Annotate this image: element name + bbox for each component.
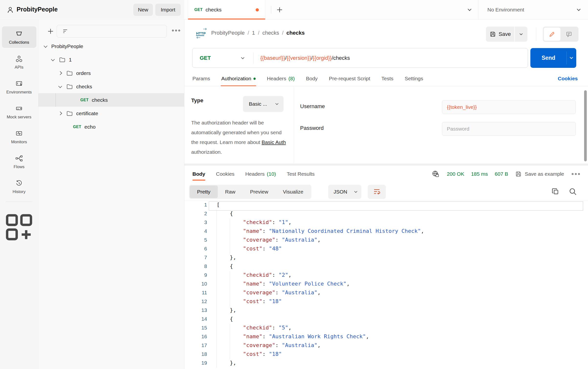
view-visualize[interactable]: Visualize — [276, 185, 311, 198]
breadcrumb-item[interactable]: checks — [262, 30, 279, 36]
url-input[interactable]: {{baseurl}}/{{version}}/{{orgid}}/checks — [260, 48, 350, 68]
request-tab-headers[interactable]: Headers(8) — [267, 71, 295, 86]
line-number[interactable]: 3 — [184, 219, 207, 225]
tree-item-ProbityPeople[interactable]: ProbityPeople — [38, 40, 184, 53]
status-badge[interactable]: 200 OK — [447, 171, 464, 177]
response-tab-headers[interactable]: Headers(10) — [245, 165, 276, 183]
send-options-chevron-icon[interactable] — [567, 54, 575, 62]
line-number[interactable]: 4 — [184, 228, 207, 234]
line-number[interactable]: 7 — [184, 255, 207, 260]
wrap-lines-button[interactable] — [368, 185, 386, 199]
auth-type-selector[interactable]: Basic ... — [243, 96, 284, 112]
response-body-viewer[interactable]: 1[2{3"checkid": "1",4"name": "Nationally… — [184, 201, 588, 369]
line-number[interactable]: 1 — [184, 202, 207, 208]
tree-item-1[interactable]: 1 — [38, 53, 184, 66]
save-button[interactable]: Save — [486, 27, 514, 42]
cookies-link[interactable]: Cookies — [558, 71, 578, 86]
method-selector[interactable]: GET — [192, 48, 253, 68]
tab-count: (10) — [267, 171, 276, 177]
send-button[interactable]: Send — [530, 48, 576, 68]
sidebar-more-icon[interactable] — [171, 27, 181, 34]
response-tab-cookies[interactable]: Cookies — [216, 165, 235, 183]
new-button[interactable]: New — [133, 4, 153, 16]
open-request-tab[interactable]: GET checks — [188, 0, 265, 20]
chevron-right-icon[interactable] — [58, 112, 62, 115]
format-selector[interactable]: JSON — [328, 185, 361, 199]
tab-overflow-chevron-icon[interactable] — [465, 5, 474, 14]
line-number[interactable]: 9 — [184, 272, 207, 278]
workspace-title[interactable]: ProbityPeople — [17, 6, 58, 13]
breadcrumb-item[interactable]: checks — [286, 30, 305, 36]
search-response-icon[interactable] — [568, 187, 578, 196]
vertical-scrollbar[interactable] — [584, 90, 587, 161]
line-number[interactable]: 14 — [184, 316, 207, 322]
import-button[interactable]: Import — [155, 4, 181, 16]
line-number[interactable]: 5 — [184, 237, 207, 243]
line-number[interactable]: 17 — [184, 342, 207, 348]
line-number[interactable]: 12 — [184, 298, 207, 304]
tree-item-certificate[interactable]: certificate — [38, 107, 184, 120]
view-raw[interactable]: Raw — [218, 185, 243, 198]
rail-item-flows[interactable]: Flows — [2, 151, 36, 172]
new-collection-icon[interactable] — [46, 27, 55, 36]
save-as-example-button[interactable]: Save as example — [515, 171, 564, 177]
line-number[interactable]: 18 — [184, 351, 207, 357]
line-number[interactable]: 16 — [184, 334, 207, 339]
tree-item-orders[interactable]: orders — [38, 66, 184, 80]
configure-tools-icon[interactable] — [0, 208, 38, 246]
breadcrumb-item[interactable]: ProbityPeople — [211, 30, 245, 36]
network-globe-lock-icon[interactable] — [431, 170, 440, 178]
request-tab-params[interactable]: Params — [192, 71, 210, 86]
http-request-icon: HTTP — [195, 27, 208, 39]
view-pretty[interactable]: Pretty — [190, 185, 218, 198]
environment-selector[interactable]: No Environment — [478, 0, 588, 20]
save-options-chevron[interactable] — [515, 27, 527, 42]
tree-request-echo[interactable]: GETecho — [38, 120, 184, 133]
copy-response-icon[interactable] — [551, 187, 560, 196]
chevron-right-icon[interactable] — [58, 71, 62, 75]
rail-item-monitors[interactable]: Monitors — [2, 126, 36, 147]
tab-label: Test Results — [287, 171, 315, 177]
sidebar-filter-input[interactable] — [57, 25, 167, 38]
user-avatar-icon[interactable] — [6, 6, 14, 14]
code-line: 14{ — [184, 315, 588, 324]
edit-mode-button[interactable] — [544, 28, 560, 41]
add-tab-icon[interactable] — [275, 5, 284, 14]
line-number[interactable]: 19 — [184, 360, 207, 366]
rail-item-history[interactable]: History — [2, 176, 36, 197]
request-tab-tests[interactable]: Tests — [381, 71, 393, 86]
username-field[interactable] — [442, 100, 576, 114]
response-size[interactable]: 607 B — [495, 171, 508, 177]
line-number[interactable]: 8 — [184, 263, 207, 269]
tree-item-checks[interactable]: checks — [38, 80, 184, 93]
request-tab-authorization[interactable]: Authorization — [221, 71, 256, 86]
tree-request-checks[interactable]: GETchecks — [38, 93, 184, 107]
comment-button[interactable] — [560, 28, 578, 41]
line-number[interactable]: 15 — [184, 325, 207, 331]
chevron-down-icon[interactable] — [58, 84, 62, 88]
password-field[interactable] — [442, 122, 576, 136]
line-number[interactable]: 10 — [184, 281, 207, 287]
response-more-icon[interactable] — [571, 171, 581, 177]
breadcrumb-item[interactable]: 1 — [252, 30, 255, 36]
chevron-down-icon[interactable] — [44, 44, 48, 48]
basic-auth-link[interactable]: Basic Auth — [262, 139, 286, 145]
rail-item-environments[interactable]: Environments — [2, 76, 36, 98]
view-preview[interactable]: Preview — [243, 185, 276, 198]
response-time[interactable]: 185 ms — [471, 171, 488, 177]
rail-item-apis[interactable]: APIs — [2, 51, 36, 73]
rail-item-collections[interactable]: Collections — [2, 26, 36, 48]
request-tab-pre-request-script[interactable]: Pre-request Script — [329, 71, 370, 86]
response-divider[interactable] — [184, 164, 588, 165]
response-tab-test-results[interactable]: Test Results — [287, 165, 315, 183]
line-number[interactable]: 11 — [184, 290, 207, 296]
chevron-down-icon[interactable] — [51, 57, 55, 61]
line-number[interactable]: 13 — [184, 307, 207, 313]
rail-item-mock-servers[interactable]: Mock servers — [2, 101, 36, 123]
line-number[interactable]: 6 — [184, 246, 207, 252]
line-number[interactable]: 2 — [184, 211, 207, 216]
response-tab-body[interactable]: Body — [192, 165, 205, 183]
request-tab-body[interactable]: Body — [306, 71, 318, 86]
url-variable: {{baseurl}} — [260, 55, 285, 61]
request-tab-settings[interactable]: Settings — [405, 71, 423, 86]
